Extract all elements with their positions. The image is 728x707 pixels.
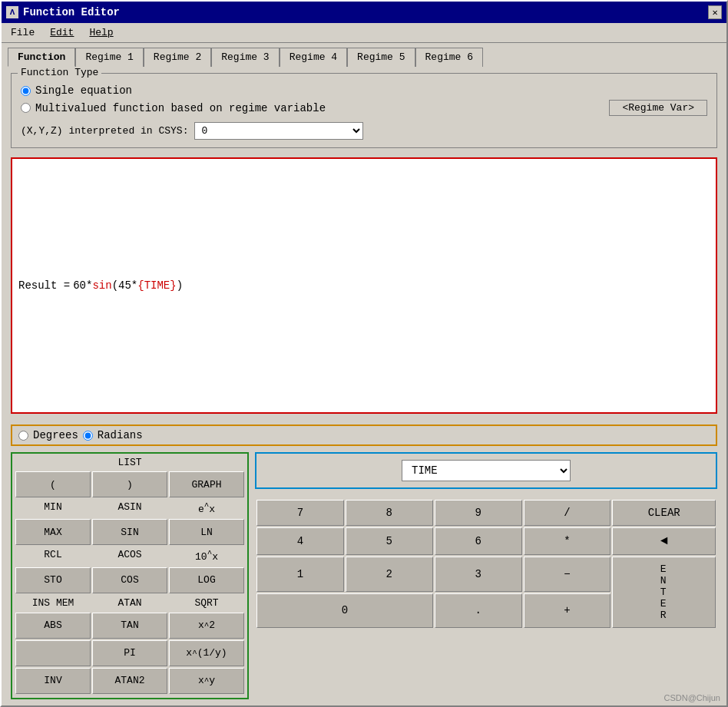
regime-var-box: <Regime Var> <box>609 100 707 116</box>
btn-subtract[interactable]: − <box>524 557 611 592</box>
radians-radio[interactable] <box>83 431 93 441</box>
btn-tan[interactable]: TAN <box>92 613 167 639</box>
btn-6[interactable]: 6 <box>435 527 522 555</box>
main-window: Λ Function Editor ✕ File Edit Help Funct… <box>0 0 728 707</box>
single-equation-label: Single equation <box>35 84 132 97</box>
numpad-table: 7 8 9 / CLEAR 4 5 6 * ◄ <box>255 498 717 629</box>
label-10x: 10^x <box>169 547 244 565</box>
menu-file[interactable]: File <box>8 25 38 40</box>
btn-backspace[interactable]: ◄ <box>612 527 716 555</box>
menu-edit[interactable]: Edit <box>47 25 77 40</box>
multivalued-radio[interactable] <box>21 103 31 113</box>
csys-select[interactable]: 0 <box>194 122 363 140</box>
tab-function[interactable]: Function <box>8 48 75 67</box>
btn-abs[interactable]: ABS <box>15 613 91 639</box>
radians-label: Radians <box>98 429 143 441</box>
label-ex: e^x <box>169 499 244 517</box>
btn-open-paren[interactable]: ( <box>15 471 91 497</box>
result-box: Result = 60*sin(45*{TIME}) <box>11 157 717 414</box>
label-min: MIN <box>15 499 91 517</box>
title-bar: Λ Function Editor ✕ <box>2 2 726 23</box>
tab-regime5[interactable]: Regime 5 <box>347 48 415 67</box>
btn-divide[interactable]: / <box>524 500 611 526</box>
multivalued-row: Multivalued function based on regime var… <box>21 100 707 116</box>
btn-5[interactable]: 5 <box>346 527 433 555</box>
tabs-row: Function Regime 1 Regime 2 Regime 3 Regi… <box>2 43 726 67</box>
btn-x2[interactable]: x^2 <box>169 613 244 639</box>
function-type-group: Function Type Single equation Multivalue… <box>11 73 717 148</box>
btn-8[interactable]: 8 <box>346 500 433 526</box>
degrees-label: Degrees <box>33 429 78 441</box>
single-equation-row: Single equation <box>21 84 707 97</box>
btn-multiply[interactable]: * <box>524 527 611 555</box>
degrees-radio[interactable] <box>18 431 28 441</box>
menu-help[interactable]: Help <box>86 25 116 40</box>
label-ins-mem: INS MEM <box>15 595 91 611</box>
btn-1[interactable]: 1 <box>256 557 344 592</box>
left-panel: LIST ( ) GRAPH MIN ASIN e^x MAX SIN LN R… <box>11 452 249 699</box>
btn-max[interactable]: MAX <box>15 519 91 545</box>
multivalued-label: Multivalued function based on regime var… <box>35 102 326 114</box>
btn-0[interactable]: 0 <box>256 593 433 629</box>
main-bottom: LIST ( ) GRAPH MIN ASIN e^x MAX SIN LN R… <box>11 452 717 699</box>
label-sqrt: SQRT <box>169 595 244 611</box>
list-label: LIST <box>15 457 244 468</box>
label-rcl: RCL <box>15 547 91 565</box>
btn-decimal[interactable]: . <box>435 593 522 629</box>
btn-4[interactable]: 4 <box>256 527 344 555</box>
btn-graph[interactable]: GRAPH <box>169 471 244 497</box>
menu-bar: File Edit Help <box>2 23 726 43</box>
btn-xy[interactable]: x^y <box>169 668 244 694</box>
btn-close-paren[interactable]: ) <box>92 471 167 497</box>
csys-row: (X,Y,Z) interpreted in CSYS: 0 <box>21 122 707 140</box>
tab-regime3[interactable]: Regime 3 <box>211 48 279 67</box>
btn-sin[interactable]: SIN <box>92 519 167 545</box>
regime-var-label: <Regime Var> <box>622 102 694 114</box>
tab-regime1[interactable]: Regime 1 <box>75 48 143 67</box>
content-area: Function Type Single equation Multivalue… <box>2 67 726 705</box>
close-button[interactable]: ✕ <box>708 5 722 19</box>
label-acos: ACOS <box>92 547 167 565</box>
btn-pi[interactable]: PI <box>92 640 167 666</box>
csys-label: (X,Y,Z) interpreted in CSYS: <box>21 125 188 137</box>
watermark: CSDN@Chijun <box>663 693 720 702</box>
btn-add[interactable]: + <box>524 593 611 629</box>
calc-grid: ( ) GRAPH MIN ASIN e^x MAX SIN LN RCL AC… <box>15 471 244 694</box>
btn-7[interactable]: 7 <box>256 500 344 526</box>
app-icon: Λ <box>6 6 18 18</box>
btn-cos[interactable]: COS <box>92 567 167 593</box>
result-label: Result = <box>18 279 70 292</box>
btn-log[interactable]: LOG <box>169 567 244 593</box>
time-select[interactable]: TIME X Y Z <box>402 460 571 481</box>
btn-enter[interactable]: ENTER <box>612 557 716 628</box>
tab-regime6[interactable]: Regime 6 <box>415 48 483 67</box>
time-dropdown-box: TIME X Y Z <box>255 452 717 489</box>
window-title: Function Editor <box>23 6 120 18</box>
btn-x1y[interactable]: x^(1/y) <box>169 640 244 666</box>
single-equation-radio[interactable] <box>21 86 31 96</box>
title-bar-left: Λ Function Editor <box>6 6 120 18</box>
btn-sto[interactable]: STO <box>15 567 91 593</box>
btn-3[interactable]: 3 <box>435 557 522 592</box>
btn-2[interactable]: 2 <box>346 557 433 592</box>
tab-regime2[interactable]: Regime 2 <box>144 48 211 67</box>
btn-inv[interactable]: INV <box>15 668 91 694</box>
tab-regime4[interactable]: Regime 4 <box>280 48 347 67</box>
label-atan: ATAN <box>92 595 167 611</box>
btn-9[interactable]: 9 <box>435 500 522 526</box>
btn-clear[interactable]: CLEAR <box>612 500 716 526</box>
label-asin: ASIN <box>92 499 167 517</box>
btn-ln[interactable]: LN <box>169 519 244 545</box>
btn-atan2[interactable]: ATAN2 <box>92 668 167 694</box>
angle-mode-box: Degrees Radians <box>11 425 717 446</box>
right-panel: TIME X Y Z 7 8 9 / CLEAR <box>255 452 717 699</box>
result-value: 60*sin(45*{TIME}) <box>73 279 183 292</box>
function-type-legend: Function Type <box>18 67 101 78</box>
btn-empty <box>15 640 91 666</box>
